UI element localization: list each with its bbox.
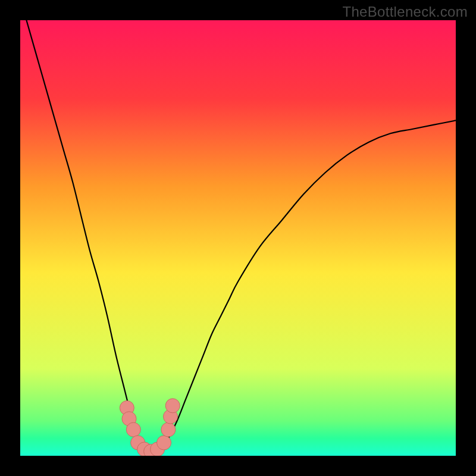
data-marker [165,399,180,413]
outer-frame: TheBottleneck.com [0,0,476,476]
marker-group [120,399,180,456]
data-marker [161,422,176,437]
plot-area [20,20,456,456]
watermark-text: TheBottleneck.com [342,4,468,20]
data-marker [157,436,171,450]
marker-layer [20,20,456,456]
data-marker [126,422,140,437]
